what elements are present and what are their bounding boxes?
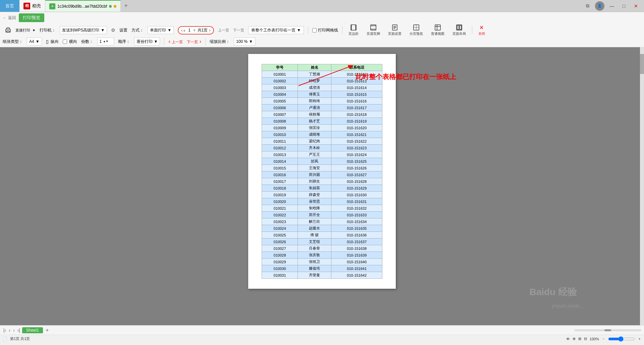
- table-row: 010028张庆敦010-151639: [262, 252, 382, 259]
- scrollbar-thumb[interactable]: [640, 54, 644, 74]
- cell-10-0: 010011: [262, 138, 298, 145]
- cell-26-2: 010-151638: [331, 245, 382, 252]
- table-row: 010020庙管思010-151631: [262, 198, 382, 205]
- cell-22-2: 010-151634: [331, 218, 382, 225]
- fit-page-button[interactable]: 将整个工作表打印在一页 ▼: [248, 26, 304, 34]
- back-arrow-icon: ←: [3, 15, 7, 20]
- printer-value: 发送到WPS高级打印: [62, 27, 99, 33]
- sheet-next-button[interactable]: ›: [12, 328, 15, 333]
- cell-25-2: 010-151637: [331, 238, 382, 245]
- tab-home[interactable]: 首页: [0, 0, 19, 12]
- mode-value: 单面打印: [150, 27, 166, 33]
- cell-15-0: 010016: [262, 171, 298, 178]
- order-label: 顺序：: [118, 39, 130, 45]
- close-print-button[interactable]: ✕ 关闭: [476, 24, 487, 37]
- copies-input[interactable]: 1 ▲▼: [97, 38, 114, 46]
- printer-select[interactable]: 发送到WPS高级打印 ▼: [60, 26, 107, 34]
- back-label: 返回: [8, 15, 16, 21]
- table-row: 010017刘祺生010-151628: [262, 178, 382, 185]
- grid-icon[interactable]: ⊞: [578, 337, 581, 341]
- spreadsheet-icon: ✦: [49, 3, 55, 9]
- zoom-out-icon[interactable]: －: [602, 336, 605, 341]
- page-setup-button[interactable]: 页面设置: [386, 23, 404, 37]
- close-label: 关闭: [478, 31, 485, 36]
- cell-3-2: 010-151615: [331, 91, 382, 98]
- zoom-slider[interactable]: [608, 336, 635, 342]
- cell-23-1: 赵建水: [298, 225, 331, 232]
- sheet1-tab[interactable]: Sheet1: [22, 327, 43, 333]
- paper-type-select[interactable]: A4 ▼: [27, 38, 42, 46]
- page-break-button[interactable]: 分页预览: [408, 23, 425, 37]
- cell-3-0: 010004: [262, 91, 298, 98]
- minimize-button[interactable]: —: [607, 1, 616, 11]
- maximize-button[interactable]: □: [619, 1, 629, 11]
- order-select[interactable]: 逐份打印 ▼: [134, 38, 160, 46]
- user-avatar[interactable]: 👤: [595, 1, 604, 11]
- table-row: 010014邰凤010-151625: [262, 158, 382, 165]
- cell-15-2: 010-151627: [331, 171, 382, 178]
- cell-15-1: 郑兴圆: [298, 171, 331, 178]
- tab-spreadsheet[interactable]: ✦ 1c34c09bd9b...ae7fdd20cbf: [45, 0, 121, 12]
- vertical-scrollbar[interactable]: [640, 47, 644, 325]
- page-number-input[interactable]: [186, 28, 193, 32]
- table-icon[interactable]: ⊟: [584, 337, 587, 341]
- next-page-button[interactable]: ›: [209, 27, 211, 33]
- cell-30-1: 齐荣童: [298, 272, 331, 279]
- toolbar-area: ← 返回 打印预览 直接打印 ▼ 打印机： 发送到WPS高级打印 ▼ ⚙ 设置 …: [0, 12, 644, 47]
- cell-8-2: 010-151620: [331, 125, 382, 131]
- margin-label: 页边距: [348, 31, 359, 36]
- cell-17-2: 010-151629: [331, 185, 382, 192]
- toolbar-row1: ← 返回 打印预览: [3, 13, 641, 22]
- normal-view-button[interactable]: 普通视图: [429, 23, 446, 37]
- tab-orange-dot: [114, 5, 116, 8]
- cell-3-1: 傅菁玉: [298, 91, 331, 98]
- tab-wps[interactable]: 稻 稻壳: [19, 0, 45, 12]
- svg-line-21: [299, 66, 352, 86]
- cell-6-1: 候校堰: [298, 111, 331, 118]
- header-footer-button[interactable]: 页眉页脚: [365, 23, 382, 37]
- zoom-in-icon[interactable]: ＋: [638, 336, 641, 341]
- tab-add-button[interactable]: +: [121, 0, 131, 12]
- cell-4-0: 010005: [262, 98, 298, 105]
- restore-window-button[interactable]: ⧉: [583, 1, 592, 11]
- settings-gear-icon[interactable]: ⚙: [111, 27, 115, 33]
- margin-button[interactable]: 页边距: [346, 23, 361, 37]
- sheet-last-button[interactable]: ›|: [17, 328, 21, 333]
- horizontal-scrollbar-thumb[interactable]: [604, 329, 611, 331]
- print-grid-checkbox[interactable]: [312, 28, 317, 32]
- page-layout-button[interactable]: 页面布局: [450, 23, 468, 37]
- page-right-nav[interactable]: 下一页 ›: [187, 39, 201, 45]
- page-left-nav[interactable]: ‹ 上一页: [168, 39, 183, 45]
- cell-30-0: 010031: [262, 272, 298, 279]
- separator1: [308, 26, 308, 34]
- landscape-checkbox[interactable]: [63, 40, 67, 44]
- annotation-arrow-svg: [292, 62, 359, 89]
- print-preview-button[interactable]: 打印预览: [19, 13, 44, 22]
- cell-13-0: 010014: [262, 158, 298, 165]
- up-arrow-icon: ▲: [183, 28, 186, 32]
- scale-select[interactable]: 100 % ▼: [234, 38, 255, 46]
- sheet-prev-button[interactable]: ‹: [8, 328, 11, 333]
- cell-19-2: 010-151631: [331, 198, 382, 205]
- mode-select[interactable]: 单面打印 ▼: [148, 26, 174, 34]
- back-button[interactable]: ← 返回: [3, 15, 16, 21]
- separator2: [342, 26, 342, 34]
- cell-16-1: 刘祺生: [298, 178, 331, 185]
- svg-rect-15: [435, 25, 440, 30]
- close-window-button[interactable]: ✕: [631, 1, 641, 11]
- horizontal-scrollbar[interactable]: [574, 329, 641, 331]
- direct-print-icon-btn[interactable]: [3, 26, 13, 34]
- sheet-first-button[interactable]: |‹: [3, 328, 7, 333]
- table-row: 010027吕春骨010-151638: [262, 245, 382, 252]
- direct-print-group: 直接打印 ▼: [3, 26, 36, 34]
- prev-page-text[interactable]: 上一页: [218, 28, 229, 33]
- next-page-text[interactable]: 下一页: [233, 28, 244, 33]
- cell-8-0: 010009: [262, 125, 298, 131]
- sheet-add-button[interactable]: +: [44, 327, 50, 333]
- page-down-icon: ▼: [193, 28, 196, 32]
- table-row: 010025傅 骏010-151636: [262, 232, 382, 238]
- portrait-label[interactable]: 纵向: [51, 39, 59, 45]
- plus-circle-icon[interactable]: ⊕: [573, 337, 576, 341]
- order-value: 逐份打印: [137, 39, 153, 45]
- cell-8-1: 张匡珍: [298, 125, 331, 131]
